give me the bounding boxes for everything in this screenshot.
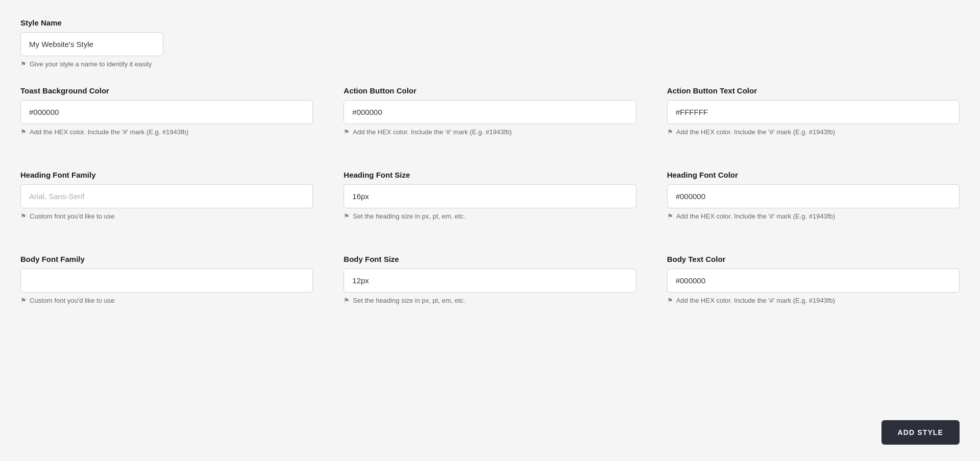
style-name-section: Style Name Give your style a name to ide… xyxy=(20,18,960,68)
heading-font-color-label: Heading Font Color xyxy=(667,171,960,179)
body-font-family-label: Body Font Family xyxy=(20,255,313,263)
action-btn-text-color-label: Action Button Text Color xyxy=(667,86,960,95)
action-btn-color-input[interactable] xyxy=(344,100,636,124)
heading-font-color-input[interactable] xyxy=(667,184,960,208)
flag-icon-3 xyxy=(667,128,673,136)
style-name-label: Style Name xyxy=(20,18,960,27)
flag-icon-4 xyxy=(20,212,27,220)
add-style-button[interactable]: ADD STYLE xyxy=(881,420,960,445)
flag-icon-5 xyxy=(344,212,350,220)
style-name-field: Style Name Give your style a name to ide… xyxy=(20,18,960,68)
row3-grid: Body Font Family Custom font you'd like … xyxy=(20,255,960,321)
action-btn-color-label: Action Button Color xyxy=(344,86,636,95)
body-text-color-field: Body Text Color Add the HEX color. Inclu… xyxy=(667,255,960,304)
heading-font-family-hint: Custom font you'd like to use xyxy=(20,212,313,220)
flag-icon-1 xyxy=(20,128,27,136)
flag-icon xyxy=(20,60,27,68)
style-name-input[interactable] xyxy=(20,32,163,56)
body-font-family-field: Body Font Family Custom font you'd like … xyxy=(20,255,313,304)
heading-font-size-hint: Set the heading size in px, pt, em, etc. xyxy=(344,212,636,220)
action-btn-text-color-hint: Add the HEX color. Include the '#' mark … xyxy=(667,128,960,136)
body-font-size-hint: Set the heading size in px, pt, em, etc. xyxy=(344,297,636,304)
heading-font-size-field: Heading Font Size Set the heading size i… xyxy=(344,171,636,220)
heading-font-color-field: Heading Font Color Add the HEX color. In… xyxy=(667,171,960,220)
row1-grid: Toast Background Color Add the HEX color… xyxy=(20,86,960,152)
body-font-size-input[interactable] xyxy=(344,269,636,293)
body-text-color-label: Body Text Color xyxy=(667,255,960,263)
flag-icon-2 xyxy=(344,128,350,136)
style-name-hint: Give your style a name to identify it ea… xyxy=(20,60,960,68)
body-font-size-label: Body Font Size xyxy=(344,255,636,263)
toast-bg-color-input[interactable] xyxy=(20,100,313,124)
flag-icon-7 xyxy=(20,297,27,304)
toast-bg-color-label: Toast Background Color xyxy=(20,86,313,95)
flag-icon-8 xyxy=(344,297,350,304)
heading-font-size-input[interactable] xyxy=(344,184,636,208)
action-btn-text-color-field: Action Button Text Color Add the HEX col… xyxy=(667,86,960,136)
heading-font-color-hint: Add the HEX color. Include the '#' mark … xyxy=(667,212,960,220)
action-btn-text-color-input[interactable] xyxy=(667,100,960,124)
heading-font-family-label: Heading Font Family xyxy=(20,171,313,179)
body-text-color-input[interactable] xyxy=(667,269,960,293)
body-font-size-field: Body Font Size Set the heading size in p… xyxy=(344,255,636,304)
body-font-family-hint: Custom font you'd like to use xyxy=(20,297,313,304)
body-font-family-input[interactable] xyxy=(20,269,313,293)
action-btn-color-field: Action Button Color Add the HEX color. I… xyxy=(344,86,636,136)
toast-bg-color-field: Toast Background Color Add the HEX color… xyxy=(20,86,313,136)
form-container: Style Name Give your style a name to ide… xyxy=(20,18,960,321)
toast-bg-color-hint: Add the HEX color. Include the '#' mark … xyxy=(20,128,313,136)
body-text-color-hint: Add the HEX color. Include the '#' mark … xyxy=(667,297,960,304)
heading-font-size-label: Heading Font Size xyxy=(344,171,636,179)
action-btn-color-hint: Add the HEX color. Include the '#' mark … xyxy=(344,128,636,136)
row2-grid: Heading Font Family Custom font you'd li… xyxy=(20,171,960,236)
flag-icon-9 xyxy=(667,297,673,304)
heading-font-family-field: Heading Font Family Custom font you'd li… xyxy=(20,171,313,220)
flag-icon-6 xyxy=(667,212,673,220)
heading-font-family-input[interactable] xyxy=(20,184,313,208)
